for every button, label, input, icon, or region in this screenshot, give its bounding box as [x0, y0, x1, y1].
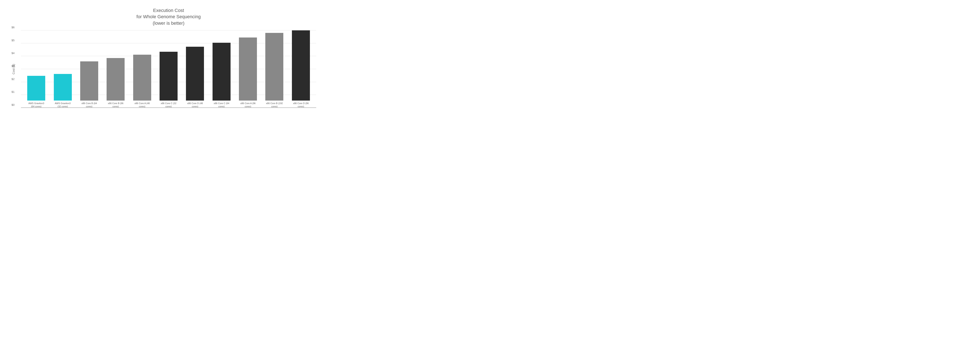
bar-group: x86 Core B (96 cores)	[102, 30, 129, 108]
chart-area: Cost ($) $6$5$4$3$2$1$0 AWS Graviton3 (6…	[21, 30, 316, 108]
bar-group: x86 Core A (96 cores)	[235, 30, 261, 108]
bar	[292, 30, 310, 100]
bar-group: x86 Core D (48 cores)	[182, 30, 208, 108]
bar-label: x86 Core A (96 cores)	[240, 102, 256, 108]
bar	[107, 58, 125, 101]
bar	[80, 61, 98, 100]
bar-group: x86 Core C (32 cores)	[155, 30, 182, 108]
bar	[159, 52, 178, 100]
chart-title-line2: for Whole Genome Sequencing	[137, 14, 201, 19]
bar	[54, 74, 72, 101]
bar-label: x86 Core C (32 cores)	[161, 102, 177, 108]
bar-label: AWS Graviton3 (64 cores)	[28, 102, 44, 108]
bar	[213, 43, 231, 100]
y-axis-tick-label: $0	[11, 103, 14, 106]
bar-label: x86 Core D (96 cores)	[293, 102, 309, 108]
chart-title-line1: Execution Cost	[153, 8, 184, 13]
bar-label: x86 Core C (64 cores)	[213, 102, 229, 108]
bar-label: x86 Core A (48 cores)	[134, 102, 150, 108]
chart-container: Execution Cost for Whole Genome Sequenci…	[4, 3, 323, 112]
bar-group: x86 Core B (64 cores)	[76, 30, 102, 108]
bar-label: x86 Core B (192 cores)	[266, 102, 283, 108]
y-axis-tick-label: $6	[11, 25, 14, 29]
bar-label: AWS Graviton3 (32 cores)	[55, 102, 70, 108]
bar-label: x86 Core D (48 cores)	[187, 102, 203, 108]
bar-group: x86 Core C (64 cores)	[208, 30, 235, 108]
bar-label: x86 Core B (96 cores)	[108, 102, 123, 108]
bar-group: x86 Core A (48 cores)	[129, 30, 155, 108]
y-axis-tick-label: $3	[11, 64, 14, 67]
bar	[265, 33, 283, 101]
bar	[133, 55, 151, 100]
bar-group: x86 Core D (96 cores)	[288, 30, 314, 108]
chart-title: Execution Cost for Whole Genome Sequenci…	[21, 7, 316, 27]
bar-group: x86 Core B (192 cores)	[261, 30, 288, 108]
bars-wrapper: AWS Graviton3 (64 cores)AWS Graviton3 (3…	[21, 30, 316, 108]
y-axis-tick-label: $4	[11, 51, 14, 55]
bar	[186, 47, 204, 101]
y-axis-tick-label: $1	[11, 90, 14, 94]
bar-label: x86 Core B (64 cores)	[81, 102, 97, 108]
grid-and-bars: $6$5$4$3$2$1$0 AWS Graviton3 (64 cores)A…	[21, 30, 316, 108]
y-axis-tick-label: $5	[11, 38, 14, 42]
bar	[239, 38, 257, 100]
bar-group: AWS Graviton3 (32 cores)	[49, 30, 76, 108]
bar	[27, 76, 45, 100]
x-axis-line	[21, 108, 316, 108]
bar-group: AWS Graviton3 (64 cores)	[23, 30, 49, 108]
chart-title-line3: (lower is better)	[153, 21, 185, 26]
y-axis-tick-label: $2	[11, 77, 14, 80]
